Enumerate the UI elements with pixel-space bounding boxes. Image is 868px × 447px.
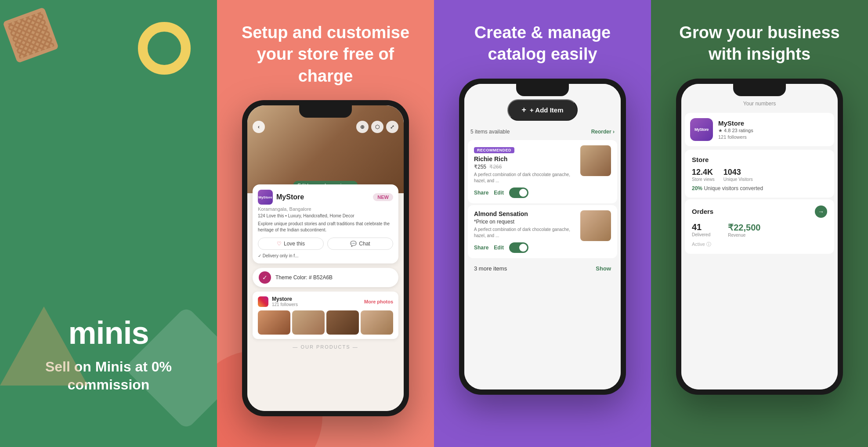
stats-section: Store 12.4K Store views 1043 Unique Visi…	[685, 150, 834, 198]
item-1-thumbnail	[580, 145, 611, 176]
item-2-name: Almond Sensation	[474, 210, 576, 217]
conversion-pct: 20%	[692, 185, 702, 191]
order-delivered: 41 Delivered	[692, 222, 710, 238]
items-count-row: 5 items available Reorder ›	[464, 125, 621, 138]
order-delivered-label: Delivered	[692, 232, 710, 237]
phone-4-mockup: Your numbers MyStore MyStore ★ 4.8 23 ra…	[676, 79, 843, 395]
item-1-actions: Share Edit	[474, 187, 576, 198]
plus-icon: +	[521, 105, 526, 115]
mystore-logo: MyStore	[690, 118, 713, 141]
back-icon[interactable]: ‹	[253, 121, 265, 133]
store-location: Koramangala, Bangalore	[258, 206, 393, 212]
theme-color-dot: ✓	[259, 271, 271, 284]
our-products-label: — OUR PRODUCTS —	[247, 344, 404, 350]
item-1-share-btn[interactable]: Share	[474, 190, 488, 196]
item-1-desc: A perfect combination of dark chocolate …	[474, 172, 576, 184]
theme-color-pill[interactable]: ✓ Theme Color: # B52A6B	[253, 268, 398, 287]
phone4-screen: Your numbers MyStore MyStore ★ 4.8 23 ra…	[681, 84, 838, 389]
item-1-name: Richie Rich	[474, 155, 576, 162]
phone-3-mockup: + + Add Item 5 items available Reorder ›…	[459, 79, 626, 395]
instagram-section: Mystore 121 followers More photos	[253, 292, 398, 339]
phone2-hero: ‹ ⊕ ⬡ ⤢ Edit logo and cover image	[247, 105, 404, 193]
orders-arrow-icon[interactable]: →	[815, 205, 827, 218]
mystore-profile-card: MyStore MyStore ★ 4.8 23 ratings 121 fol…	[685, 113, 834, 146]
item-1-toggle[interactable]	[509, 187, 528, 198]
item-2-toggle[interactable]	[509, 242, 528, 253]
chat-button[interactable]: 💬 Chat	[327, 238, 393, 250]
item-1-original-price: ₹266	[489, 164, 502, 170]
panel4-title: Grow your business with insights	[662, 22, 857, 65]
add-item-button[interactable]: + + Add Item	[507, 99, 577, 121]
store-name: MyStore	[276, 193, 304, 201]
item-2-edit-btn[interactable]: Edit	[494, 245, 504, 251]
love-this-button[interactable]: ♡ Love this	[258, 238, 324, 250]
insta-more-btn[interactable]: More photos	[364, 299, 393, 304]
panel-3: Create & manage catalog easily + + Add I…	[434, 0, 651, 447]
share-icon[interactable]: ⬡	[371, 121, 383, 133]
insta-name: Mystore	[272, 296, 298, 302]
theme-color-text: Theme Color: # B52A6B	[275, 274, 333, 281]
insta-photo-3	[326, 310, 359, 335]
item-2-share-btn[interactable]: Share	[474, 245, 488, 251]
active-label: Active ⓘ	[692, 241, 827, 248]
catalog-item-2: Almond Sensation *Price on request A per…	[468, 205, 617, 258]
item-2-thumbnail	[580, 210, 611, 241]
add-item-label: + Add Item	[530, 106, 564, 114]
more-items-row: 3 more items Show	[464, 260, 621, 277]
more-icon[interactable]: ⤢	[386, 121, 398, 133]
mystore-rating: ★ 4.8 23 ratings	[718, 128, 753, 133]
item-1-price: ₹255 ₹266	[474, 164, 576, 170]
orders-title: Orders	[692, 208, 713, 215]
mystore-followers: 121 followers	[718, 134, 753, 140]
stat-views: 12.4K Store views	[692, 168, 715, 182]
panel-4: Grow your business with insights Your nu…	[651, 0, 868, 447]
store-desc: Explore unique product stories and craft…	[258, 221, 393, 233]
item-1-price-val: ₹255	[474, 164, 486, 170]
show-more-button[interactable]: Show	[596, 265, 611, 272]
phone4-notch	[733, 84, 786, 96]
store-card: MyStore MyStore NEW Koramangala, Bangalo…	[253, 184, 398, 263]
order-revenue-label: Revenue	[728, 233, 760, 238]
search-icon[interactable]: ⊕	[356, 121, 369, 133]
deco-triangle	[0, 306, 88, 386]
reorder-button[interactable]: Reorder ›	[591, 129, 615, 135]
more-items-text: 3 more items	[474, 265, 507, 272]
orders-row: 41 Delivered ₹22,500 Revenue	[692, 222, 827, 238]
store-tags: 124 Love this • Luxury, Handcrafted, Hom…	[258, 213, 393, 218]
catalog-item-2-info: Almond Sensation *Price on request A per…	[474, 210, 576, 253]
panel2-title: Setup and customise your store free of c…	[217, 22, 434, 87]
check-icon: ✓	[262, 274, 268, 281]
deco-ring	[138, 22, 191, 75]
insta-photo-2	[292, 310, 325, 335]
phone2-screen: ‹ ⊕ ⬡ ⤢ Edit logo and cover image	[247, 105, 404, 411]
insta-followers: 121 followers	[272, 302, 298, 307]
stat-visitors-number: 1043	[723, 168, 753, 177]
phone-2-inner: ‹ ⊕ ⬡ ⤢ Edit logo and cover image	[247, 105, 404, 411]
conversion-label: Unique visitors converted	[704, 185, 763, 191]
insta-header: Mystore 121 followers More photos	[258, 296, 393, 307]
store-actions: ♡ Love this 💬 Chat	[258, 238, 393, 250]
deco-waffle	[3, 7, 59, 63]
stat-visitors: 1043 Unique Visitors	[723, 168, 753, 182]
item-1-edit-btn[interactable]: Edit	[494, 190, 504, 196]
panel-2: Setup and customise your store free of c…	[217, 0, 434, 447]
panel-1: minis Sell on Minis at 0% commission	[0, 0, 217, 447]
item-2-actions: Share Edit	[474, 242, 576, 253]
insta-photo-1	[258, 310, 290, 335]
item-2-desc: A perfect combination of dark chocolate …	[474, 227, 576, 239]
recommended-badge-1: RECOMMENDED	[474, 147, 514, 153]
love-btn-label: Love this	[284, 241, 305, 247]
order-revenue: ₹22,500 Revenue	[728, 222, 760, 238]
insta-photos	[258, 310, 393, 335]
conversion-text: 20% Unique visitors converted	[692, 185, 827, 191]
order-revenue-number: ₹22,500	[728, 222, 760, 233]
chat-bubble-icon: 💬	[350, 241, 357, 247]
heart-icon: ♡	[277, 241, 282, 247]
catalog-item-1: RECOMMENDED Richie Rich ₹255 ₹266 A perf…	[468, 140, 617, 203]
orders-section: Orders → 41 Delivered ₹22,500 Revenue	[685, 199, 834, 254]
store-new-badge: NEW	[373, 193, 393, 201]
phone-notch	[299, 105, 352, 118]
mystore-name: MyStore	[718, 119, 753, 127]
insta-photo-4	[361, 310, 393, 335]
stat-views-number: 12.4K	[692, 168, 715, 177]
